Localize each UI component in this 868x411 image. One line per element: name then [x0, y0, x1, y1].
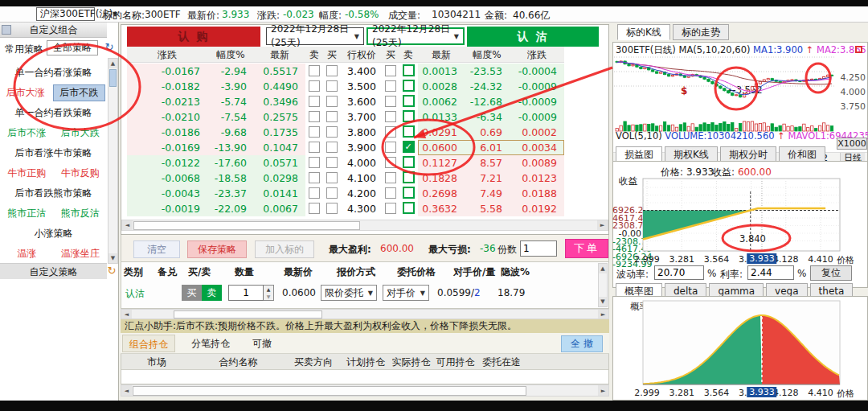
call-buy-checkbox[interactable]	[326, 142, 338, 153]
strategy-item-后市不涨[interactable]: 后市不涨	[0, 123, 54, 143]
put-buy-checkbox[interactable]	[385, 203, 396, 214]
positions-horizontal-scrollbar[interactable]: ◄ ►	[121, 384, 609, 397]
scroll-left-icon[interactable]: ◄	[122, 220, 133, 230]
add-underlying-button[interactable]: 加入标的	[255, 240, 314, 258]
call-sell-checkbox[interactable]	[309, 96, 320, 107]
scroll-right-icon[interactable]: ►	[598, 310, 608, 319]
quantity-input[interactable]	[228, 285, 264, 301]
tab-分笔持仓[interactable]: 分笔持仓	[185, 335, 236, 352]
call-sell-checkbox[interactable]	[309, 80, 320, 92]
refresh-icon[interactable]: ↻	[103, 41, 116, 54]
strategy-item-温涨坐庄[interactable]: 温涨坐庄	[54, 244, 108, 264]
buy-button[interactable]: 买	[182, 285, 202, 301]
cancel-all-button[interactable]: 全 撤	[561, 335, 603, 352]
strategy-item-后市大涨[interactable]: 后市大涨	[0, 83, 51, 103]
call-buy-checkbox[interactable]	[326, 187, 338, 199]
strategy-item-温涨[interactable]: 温涨	[0, 244, 54, 264]
strategy-item-牛市正购[interactable]: 牛市正购	[0, 163, 54, 183]
call-sell-checkbox[interactable]	[309, 126, 320, 138]
underlying-selector[interactable]: 沪深300ETF(沪) ▼	[36, 7, 95, 21]
tab-可撤[interactable]: 可撤	[246, 335, 278, 352]
put-buy-checkbox[interactable]	[385, 96, 396, 107]
reset-button[interactable]: 复位	[810, 265, 852, 281]
put-sell-checkbox[interactable]	[403, 202, 415, 214]
strategy-item-后市大跌[interactable]: 后市大跌	[54, 123, 108, 143]
tab-all-strategies[interactable]: 全部策略	[47, 40, 98, 55]
quote-mode-select[interactable]: 限价委托 ▼	[321, 285, 377, 301]
strategy-item-熊市正沽[interactable]: 熊市正沽	[0, 203, 54, 224]
strategy-item-后市不跌[interactable]: 后市不跌	[53, 84, 106, 101]
call-sell-checkbox[interactable]	[309, 187, 320, 199]
put-sell-checkbox[interactable]: ✓	[403, 141, 415, 153]
put-expiry-dropdown[interactable]: 2022年12月28日 (25天) ▼	[366, 27, 465, 45]
put-buy-checkbox[interactable]	[385, 142, 396, 153]
scroll-left-icon[interactable]: ◄	[121, 385, 132, 396]
scrollbar-thumb[interactable]	[133, 221, 360, 230]
put-buy-checkbox[interactable]	[385, 172, 396, 183]
scroll-down-icon[interactable]: ▼	[108, 253, 117, 263]
red-square-icon[interactable]	[855, 46, 862, 53]
call-sell-checkbox[interactable]	[309, 203, 320, 214]
refresh-icon[interactable]: ↻	[105, 265, 118, 277]
rate-input[interactable]	[747, 265, 794, 280]
step-down-icon[interactable]: ▼	[264, 293, 273, 300]
put-buy-checkbox[interactable]	[385, 126, 396, 138]
call-expiry-dropdown[interactable]: 2022年12月28日 (25天) ▼	[266, 27, 364, 45]
put-sell-checkbox[interactable]	[403, 187, 415, 199]
scrollbar-thumb[interactable]	[174, 310, 322, 319]
scroll-up-icon[interactable]: ▲	[108, 59, 117, 68]
call-sell-checkbox[interactable]	[309, 111, 320, 122]
call-buy-checkbox[interactable]	[326, 203, 338, 214]
tab-common-strategies[interactable]: 常用策略	[5, 43, 43, 56]
scroll-right-icon[interactable]: ►	[598, 385, 608, 396]
tab-期权分时[interactable]: 期权分时	[720, 146, 776, 162]
call-buy-checkbox[interactable]	[326, 65, 338, 76]
sell-button[interactable]: 卖	[202, 285, 222, 301]
step-up-icon[interactable]: ▲	[264, 286, 273, 293]
scroll-up-icon[interactable]: ▲	[599, 264, 607, 273]
scroll-down-icon[interactable]: ▼	[599, 297, 607, 306]
call-sell-checkbox[interactable]	[309, 142, 320, 153]
tab-损益图[interactable]: 损益图	[616, 146, 662, 162]
call-buy-checkbox[interactable]	[326, 111, 338, 122]
call-sell-checkbox[interactable]	[309, 157, 320, 168]
put-buy-checkbox[interactable]	[385, 187, 396, 199]
call-buy-checkbox[interactable]	[326, 126, 338, 138]
call-buy-checkbox[interactable]	[326, 96, 338, 107]
put-buy-checkbox[interactable]	[385, 111, 396, 122]
submit-order-button[interactable]: 下单	[565, 239, 608, 258]
put-sell-checkbox[interactable]	[403, 80, 415, 92]
tab-标的K线[interactable]: 标的K线	[617, 24, 670, 40]
clear-button[interactable]: 清空	[133, 240, 180, 258]
sidebar-scrollbar[interactable]: ▲ ▼	[108, 58, 118, 264]
call-sell-checkbox[interactable]	[309, 172, 320, 183]
tab-组合持仓[interactable]: 组合持仓	[122, 335, 175, 352]
strategy-item-牛市反购[interactable]: 牛市反购	[54, 163, 108, 183]
tab-期权K线[interactable]: 期权K线	[665, 146, 718, 162]
put-sell-checkbox[interactable]	[403, 95, 415, 107]
order-scrollbar[interactable]: ▲ ▼	[598, 263, 608, 307]
call-buy-checkbox[interactable]	[326, 172, 338, 183]
chain-horizontal-scrollbar[interactable]: ◄ ►	[121, 220, 608, 231]
call-buy-checkbox[interactable]	[326, 80, 338, 92]
scroll-right-icon[interactable]: ►	[597, 220, 608, 230]
quantity-stepper[interactable]: ▲▼	[264, 285, 274, 301]
put-sell-checkbox[interactable]	[403, 156, 415, 168]
save-strategy-button[interactable]: 保存策略	[187, 240, 247, 258]
order-horizontal-scrollbar[interactable]: ◄ ►	[121, 309, 609, 319]
put-sell-checkbox[interactable]	[403, 125, 415, 138]
put-sell-checkbox[interactable]	[403, 64, 415, 76]
scrollbar-thumb[interactable]	[109, 69, 117, 87]
tab-价和图[interactable]: 价和图	[779, 146, 825, 162]
put-sell-checkbox[interactable]	[403, 110, 415, 122]
put-sell-checkbox[interactable]	[403, 171, 415, 183]
price-mode-select[interactable]: 对手价 ▼	[383, 285, 429, 301]
tab-标的走势[interactable]: 标的走势	[673, 24, 729, 40]
call-buy-checkbox[interactable]	[326, 157, 338, 168]
lots-input[interactable]	[520, 240, 557, 257]
strategy-item-熊市反沽[interactable]: 熊市反沽	[54, 203, 108, 224]
put-buy-checkbox[interactable]	[385, 65, 396, 76]
put-buy-checkbox[interactable]	[385, 157, 396, 168]
call-sell-checkbox[interactable]	[309, 65, 320, 76]
put-buy-checkbox[interactable]	[385, 80, 396, 92]
